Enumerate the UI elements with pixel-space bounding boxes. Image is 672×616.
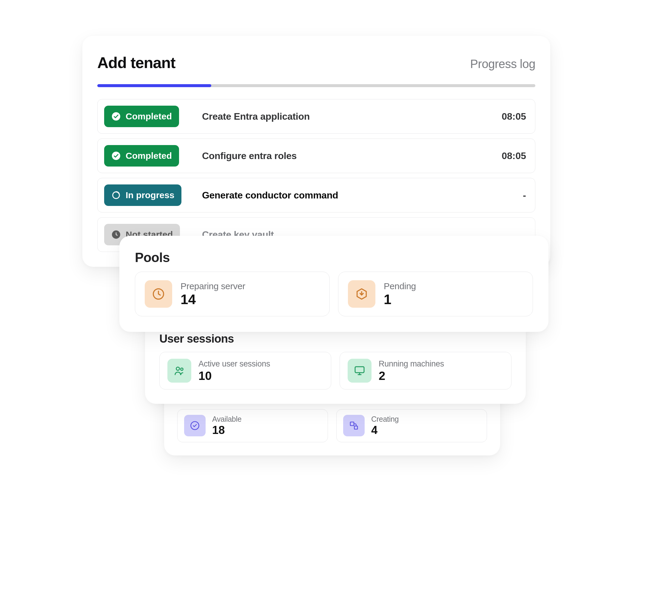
task-row[interactable]: Completed Create Entra application 08:05 — [97, 99, 535, 134]
stat-value: 1 — [384, 292, 416, 307]
pools-panel: Pools Preparing server 14 Pending 1 — [119, 236, 548, 332]
stat-label: Creating — [371, 415, 399, 423]
task-row[interactable]: In progress Generate conductor command - — [97, 178, 535, 212]
check-circle-icon — [111, 112, 121, 121]
stat-value: 18 — [212, 424, 241, 437]
clock-icon — [111, 230, 121, 239]
clock-icon — [145, 280, 172, 308]
stat-card-preparing-server[interactable]: Preparing server 14 — [135, 272, 330, 316]
stat-card-available[interactable]: Available 18 — [177, 409, 328, 442]
stat-card-creating[interactable]: Creating 4 — [336, 409, 487, 442]
add-tenant-panel: Add tenant Progress log Completed Create… — [82, 36, 550, 267]
task-time: 08:05 — [478, 150, 526, 161]
stat-value: 2 — [379, 369, 444, 382]
svg-rect-9 — [355, 367, 364, 373]
task-name: Create Entra application — [202, 111, 470, 122]
svg-point-8 — [181, 368, 183, 370]
check-circle-icon — [111, 151, 121, 161]
task-time: 08:05 — [478, 111, 526, 122]
status-label: Completed — [126, 151, 172, 161]
task-name: Generate conductor command — [202, 190, 470, 201]
svg-rect-5 — [350, 422, 354, 426]
svg-rect-6 — [355, 426, 358, 429]
stat-value: 14 — [181, 292, 245, 307]
stat-label: Available — [212, 415, 241, 423]
section-title: Pools — [135, 250, 533, 265]
stat-label: Preparing server — [181, 281, 245, 291]
status-label: Completed — [126, 111, 172, 121]
stat-label: Running machines — [379, 359, 444, 369]
progress-log-label: Progress log — [470, 57, 535, 71]
status-pill-in-progress: In progress — [104, 184, 181, 206]
spinner-icon — [111, 190, 121, 200]
people-icon — [167, 359, 191, 383]
stat-value: 4 — [371, 424, 399, 437]
stat-label: Pending — [384, 281, 416, 291]
stat-card-active-sessions[interactable]: Active user sessions 10 — [159, 352, 331, 389]
check-circle-icon — [184, 415, 206, 436]
stat-label: Active user sessions — [198, 359, 270, 369]
progress-bar — [97, 84, 535, 87]
task-row[interactable]: Completed Configure entra roles 08:05 — [97, 138, 535, 173]
status-pill-completed: Completed — [104, 106, 179, 127]
svg-point-7 — [176, 367, 180, 370]
stat-card-pending[interactable]: Pending 1 — [338, 272, 533, 316]
task-time: - — [478, 190, 526, 201]
section-title: User sessions — [159, 332, 511, 345]
stat-value: 10 — [198, 369, 270, 382]
page-title: Add tenant — [97, 54, 175, 72]
deploy-icon — [348, 280, 375, 308]
monitor-icon — [348, 359, 372, 383]
task-name: Configure entra roles — [202, 150, 470, 161]
status-pill-completed: Completed — [104, 145, 179, 167]
progress-bar-fill — [97, 84, 211, 87]
stat-card-running-machines[interactable]: Running machines 2 — [340, 352, 511, 389]
user-sessions-panel: User sessions Active user sessions 10 Ru… — [145, 319, 526, 404]
status-label: In progress — [126, 190, 174, 200]
shapes-icon — [343, 415, 365, 436]
